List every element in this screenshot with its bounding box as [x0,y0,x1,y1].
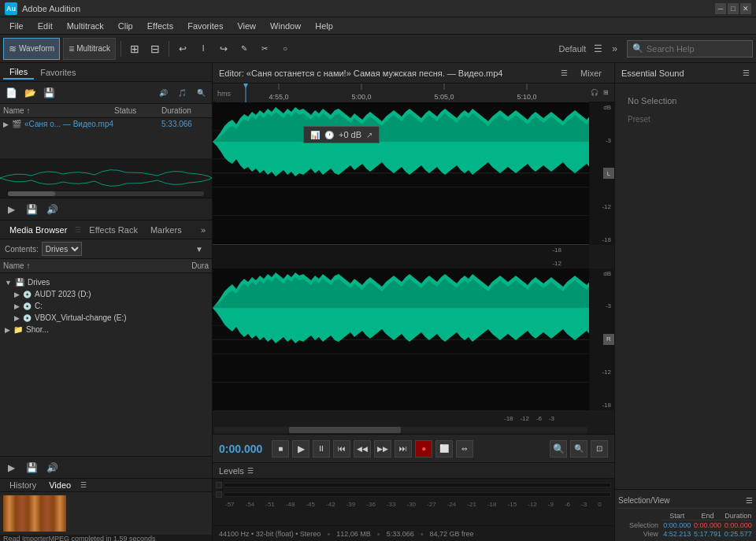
open-file-btn[interactable]: 📂 [22,85,38,101]
no-selection: No Selection [621,90,750,112]
loop-btn[interactable]: ⬜ [435,440,453,458]
record-btn[interactable]: ● [415,440,432,458]
media-vol-btn[interactable]: 🔊 [44,460,60,476]
waveform-hscroll[interactable] [214,427,587,433]
pause-btn[interactable]: ⏸ [313,440,330,458]
tool-6[interactable]: ✎ [235,40,253,57]
ruler-btn1[interactable]: 🎧 [589,87,599,98]
tool-3[interactable]: ↩ [174,40,191,57]
editor-menu[interactable]: ☰ [561,69,568,77]
menu-multitrack[interactable]: Multitrack [61,20,110,32]
menu-clip[interactable]: Clip [112,20,139,32]
tool-4[interactable]: I [195,40,212,57]
zoom-out-btn[interactable]: 🔍 [570,440,587,458]
tree-item-c[interactable]: ▶ 💿 C: [3,300,209,312]
tree-item-shor[interactable]: ▶ 📁 Shor... [3,324,209,335]
tree-arrow-vbox: ▶ [14,314,20,322]
sel-grid: Start End Duration Selection 0:00.000 0:… [618,512,753,538]
new-file-btn[interactable]: 📄 [3,85,19,101]
menu-favorites[interactable]: Favorites [181,20,229,32]
waveform-display: 📊 🕐 +0 dB ↗ dB -3 -6 -12 -18 L [213,102,614,434]
view-end: 5:17.791 [693,530,723,538]
disk-icon-audt: 💿 [23,291,32,298]
tab-history[interactable]: History [3,479,43,491]
title-bar-controls: ─ □ ✕ [715,3,751,14]
maximize-button[interactable]: □ [728,3,739,14]
tool-7[interactable]: ✂ [256,40,273,57]
waveform-scrollbar-thumb[interactable] [8,191,55,196]
tool-5[interactable]: ↪ [215,40,232,57]
levels-scale-numbers: -57 -54 -51 -48 -45 -42 -39 -36 -33 -30 … [225,499,602,508]
tree-item-vbox[interactable]: ▶ 💿 VBOX_Virtual-change (E:) [3,312,209,324]
ruler-btn2[interactable]: ⊞ [601,87,611,98]
rewind-btn[interactable]: ◀◀ [354,440,371,458]
levels-header: Levels ☰ [213,463,614,479]
menu-effects[interactable]: Effects [141,20,180,32]
menu-window[interactable]: Window [264,20,307,32]
media-save-btn[interactable]: 💾 [24,460,39,476]
l-marker: L [603,168,614,179]
files-toolbar: 📄 📂 💾 🔊 🎵 🔍 [0,82,212,104]
tab-video-menu[interactable]: ☰ [77,481,90,489]
tree-item-drives[interactable]: ▼ 💾 Drives [3,276,209,288]
zoom-in-btn[interactable]: 🔍 [550,440,567,458]
menu-bar: File Edit Multitrack Clip Effects Favori… [0,17,756,35]
files-save-btn2[interactable]: 💾 [24,202,39,217]
save-file-btn[interactable]: 💾 [41,85,57,101]
close-button[interactable]: ✕ [740,3,751,14]
tab-video[interactable]: Video [43,479,77,491]
title-bar-left: Au Adobe Audition [5,2,80,15]
files-mini-btn3[interactable]: 🔍 [193,85,209,101]
tool-2[interactable]: ⊟ [146,40,164,57]
rewind-start-btn[interactable]: ⏮ [333,440,350,458]
files-vol-btn[interactable]: 🔊 [44,202,60,217]
levels-menu[interactable]: ☰ [247,467,254,475]
minimize-button[interactable]: ─ [715,3,726,14]
tab-effects-rack[interactable]: Effects Rack [83,224,144,236]
menu-view[interactable]: View [231,20,262,32]
levels-label: Levels [219,466,244,476]
menu-help[interactable]: Help [309,20,339,32]
db-m18-bot-top: -18 [213,246,589,254]
files-mini-btn1[interactable]: 🔊 [155,85,171,101]
play-btn[interactable]: ▶ [292,440,309,458]
search-input[interactable] [647,44,741,54]
tab-favorites[interactable]: Favorites [34,66,82,79]
waveform-scrollbar[interactable] [8,191,204,196]
tab-markers[interactable]: Markers [144,224,188,236]
menu-edit[interactable]: Edit [32,20,59,32]
mixer-label[interactable]: Mixer [574,69,608,78]
media-play-btn[interactable]: ▶ [3,460,19,476]
sel-header: Selection/View ☰ [618,493,753,509]
scale-num-48: -48 [286,501,295,508]
essential-menu[interactable]: ☰ [743,69,750,77]
media-expand[interactable]: » [198,225,209,235]
files-mini-btn2[interactable]: 🎵 [174,85,190,101]
zoom-fit-btn[interactable]: ⊡ [591,440,608,458]
waveform-hscroll-thumb[interactable] [289,427,401,433]
waveform-button[interactable]: ≋ Waveform [3,38,60,60]
sync-btn[interactable]: ⇔ [456,440,473,458]
file-item[interactable]: ▶ 🎬 «Саня о... — Видео.mp4 5:33.066 [0,118,212,130]
tool-1[interactable]: ⊞ [126,40,143,57]
media-browser: Media Browser ☰ Effects Rack Markers » C… [0,220,212,478]
multitrack-button[interactable]: ≡ Multitrack [63,38,116,60]
files-play-btn[interactable]: ▶ [3,202,19,217]
menu-file[interactable]: File [3,20,30,32]
tree-item-audt[interactable]: ▶ 💿 AUDT 2023 (D:) [3,288,209,300]
bottom-footer: Read ImporterMPEG completed in 1,59 seco… [0,535,212,541]
stop-btn[interactable]: ■ [272,440,289,458]
top-channel: 📊 🕐 +0 dB ↗ [213,102,589,245]
tab-media-browser[interactable]: Media Browser [3,224,73,236]
sel-menu[interactable]: ☰ [746,496,753,505]
preset-label: Preset [621,112,750,127]
bottom-left-panel: History Video ☰ Read ImporterMPEG comple… [0,478,212,541]
tab-files[interactable]: Files [3,65,34,80]
forward-end-btn[interactable]: ⏭ [395,440,412,458]
contents-select[interactable]: Drives [42,242,82,256]
tool-8[interactable]: ○ [276,40,294,57]
media-footer: ▶ 💾 🔊 [0,456,212,478]
forward-btn[interactable]: ▶▶ [374,440,391,458]
toolbar-expand[interactable]: » [612,43,617,54]
media-expand-btn[interactable]: ▼ [191,241,207,257]
